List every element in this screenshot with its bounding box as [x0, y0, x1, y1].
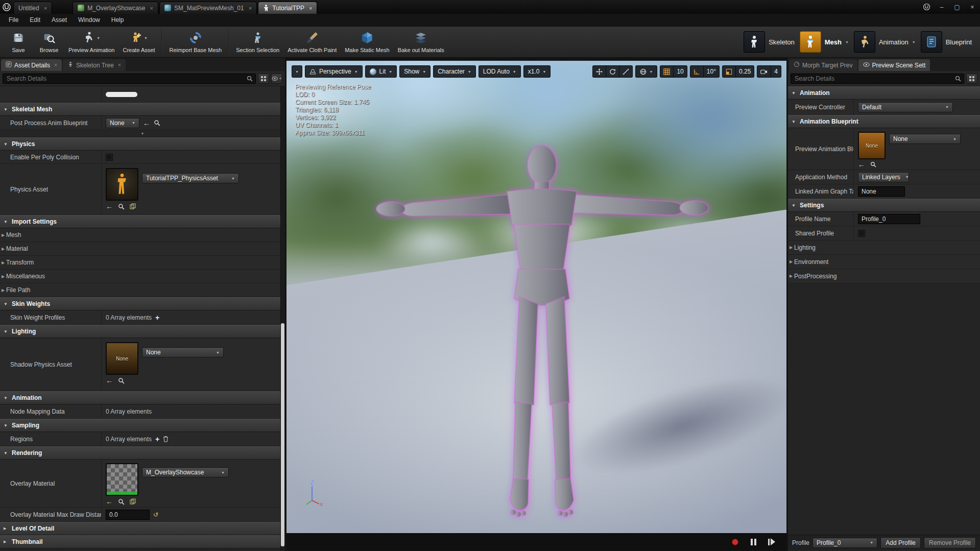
menu-file[interactable]: File: [3, 14, 24, 26]
application-method-dropdown[interactable]: Linked Layers ▼: [858, 172, 909, 182]
category-animation-right[interactable]: ▼ Animation: [788, 86, 980, 100]
scale-snap-value-button[interactable]: 0.25: [736, 65, 754, 78]
browse-to-asset-icon[interactable]: [118, 203, 125, 210]
scale-tool-button[interactable]: [619, 65, 633, 78]
search-details-input[interactable]: [794, 75, 955, 83]
trash-icon[interactable]: [163, 436, 169, 442]
mode-skeleton-button[interactable]: Skeleton: [744, 31, 795, 53]
window-tab-overlay-showcase[interactable]: M_OverlayShowcase ×: [73, 2, 158, 14]
search-details-input[interactable]: [6, 75, 247, 83]
physics-asset-thumbnail[interactable]: [106, 168, 138, 201]
chevron-down-icon[interactable]: ▼: [845, 40, 849, 44]
shadow-physics-dropdown[interactable]: None ▼: [142, 347, 224, 357]
remove-profile-button[interactable]: Remove Profile: [924, 537, 976, 548]
row-import-mesh[interactable]: ▶ Mesh: [0, 228, 285, 242]
collapsed-icon[interactable]: ▶: [0, 274, 6, 279]
row-lighting-group[interactable]: ▶ Lighting: [788, 241, 980, 255]
chevron-down-icon[interactable]: ▼: [912, 40, 916, 44]
collapsed-icon[interactable]: ▶: [788, 274, 794, 278]
category-thumbnail[interactable]: ▶ Thumbnail: [0, 535, 285, 548]
perspective-button[interactable]: Perspective ▼: [305, 65, 363, 78]
profile-name-input[interactable]: [858, 214, 920, 224]
activate-cloth-paint-button[interactable]: Activate Cloth Paint: [283, 28, 341, 56]
use-selected-icon[interactable]: ←: [106, 498, 113, 505]
grid-snap-toggle-button[interactable]: [660, 65, 674, 78]
viewport-3d-scene[interactable]: Previewing Reference Pose LOD: 0 Current…: [286, 61, 786, 533]
create-asset-button[interactable]: ▼ Create Asset: [119, 28, 159, 56]
section-selection-button[interactable]: Section Selection: [232, 28, 283, 56]
row-import-material[interactable]: ▶ Material: [0, 242, 285, 256]
minimize-button[interactable]: –: [934, 0, 949, 14]
category-rendering[interactable]: ▼ Rendering: [0, 446, 285, 460]
collapsed-icon[interactable]: ▶: [788, 259, 794, 264]
make-static-mesh-button[interactable]: Make Static Mesh: [341, 28, 393, 56]
collapsed-icon[interactable]: ▶: [788, 245, 794, 250]
tab-preview-scene-settings[interactable]: Preview Scene Sett: [858, 59, 930, 71]
close-window-button[interactable]: ×: [965, 0, 980, 14]
max-draw-distance-input[interactable]: [106, 510, 150, 520]
rotation-snap-toggle-button[interactable]: [690, 65, 704, 78]
menu-edit[interactable]: Edit: [24, 14, 46, 26]
chevron-down-icon[interactable]: ▼: [144, 36, 148, 40]
anim-blueprint-thumbnail[interactable]: None: [858, 132, 886, 159]
use-selected-icon[interactable]: ←: [106, 377, 113, 384]
camera-speed-value-button[interactable]: 4: [771, 65, 781, 78]
lit-mode-button[interactable]: Lit ▼: [365, 65, 397, 78]
rotation-snap-value-button[interactable]: 10°: [704, 65, 720, 78]
translate-tool-button[interactable]: [592, 65, 606, 78]
post-process-dropdown[interactable]: None ▼: [106, 118, 139, 128]
maximize-button[interactable]: ▢: [949, 0, 965, 14]
row-postprocessing-group[interactable]: ▶ PostProcessing: [788, 269, 980, 283]
row-import-miscellaneous[interactable]: ▶ Miscellaneous: [0, 270, 285, 283]
overlay-material-thumbnail[interactable]: [106, 463, 138, 496]
pause-button[interactable]: [748, 536, 759, 547]
mode-animation-button[interactable]: Animation ▼: [854, 31, 916, 53]
world-local-toggle-button[interactable]: ▼: [635, 65, 658, 78]
shadow-physics-thumbnail[interactable]: None: [106, 342, 138, 375]
step-forward-button[interactable]: [766, 536, 777, 547]
collapsed-icon[interactable]: ▶: [0, 260, 6, 265]
anim-blueprint-dropdown[interactable]: None ▼: [889, 134, 961, 144]
window-tab-matpreviewmesh[interactable]: SM_MatPreviewMesh_01 ×: [159, 2, 257, 14]
close-icon[interactable]: ×: [118, 62, 121, 68]
row-environment-group[interactable]: ▶ Environment: [788, 255, 980, 269]
category-skin-weights[interactable]: ▼ Skin Weights: [0, 297, 285, 310]
category-animation[interactable]: ▼ Animation: [0, 391, 285, 404]
bake-out-materials-button[interactable]: Bake out Materials: [394, 28, 448, 56]
collapsed-icon[interactable]: ▶: [0, 247, 6, 251]
close-icon[interactable]: ×: [44, 5, 47, 11]
camera-speed-button[interactable]: [757, 65, 771, 78]
chevron-down-icon[interactable]: ▼: [97, 36, 100, 40]
show-menu-button[interactable]: Show ▼: [399, 65, 431, 78]
use-selected-icon[interactable]: ←: [143, 119, 150, 127]
browse-to-asset-icon[interactable]: [118, 498, 125, 505]
row-import-file-path[interactable]: ▶ File Path: [0, 283, 285, 297]
close-icon[interactable]: ×: [54, 62, 57, 68]
settings-grid-button[interactable]: [966, 74, 977, 84]
scale-snap-toggle-button[interactable]: [722, 65, 736, 78]
window-tab-untitled[interactable]: Untitled ×: [13, 2, 52, 14]
copy-icon[interactable]: [130, 498, 136, 505]
reset-to-default-icon[interactable]: ↺: [153, 512, 158, 518]
skeletal-mesh-character[interactable]: [348, 141, 736, 522]
tab-asset-details[interactable]: Asset Details ×: [1, 59, 62, 71]
profile-dropdown[interactable]: Profile_0 ▼: [812, 538, 877, 548]
collapsed-icon[interactable]: ▶: [0, 288, 6, 293]
menu-help[interactable]: Help: [106, 14, 130, 26]
per-poly-collision-checkbox[interactable]: [106, 154, 113, 161]
menu-window[interactable]: Window: [73, 14, 106, 26]
advanced-expander[interactable]: ▼: [0, 130, 285, 137]
category-sampling[interactable]: ▼ Sampling: [0, 419, 285, 432]
use-selected-icon[interactable]: ←: [106, 203, 113, 210]
grid-snap-value-button[interactable]: 10: [674, 65, 687, 78]
linked-anim-graph-input[interactable]: [858, 186, 905, 197]
window-tab-tutorialtpp[interactable]: TutorialTPP ×: [258, 2, 317, 14]
category-lighting[interactable]: ▼ Lighting: [0, 325, 285, 338]
category-import-settings[interactable]: ▼ Import Settings: [0, 215, 285, 228]
preview-controller-dropdown[interactable]: Default ▼: [858, 102, 953, 112]
record-button[interactable]: [729, 536, 740, 547]
scrollbar-thumb[interactable]: [281, 323, 284, 546]
tab-morph-target-previewer[interactable]: Morph Target Prev: [789, 59, 857, 71]
add-profile-button[interactable]: Add Profile: [880, 537, 921, 548]
property-matrix-button[interactable]: [258, 74, 269, 84]
